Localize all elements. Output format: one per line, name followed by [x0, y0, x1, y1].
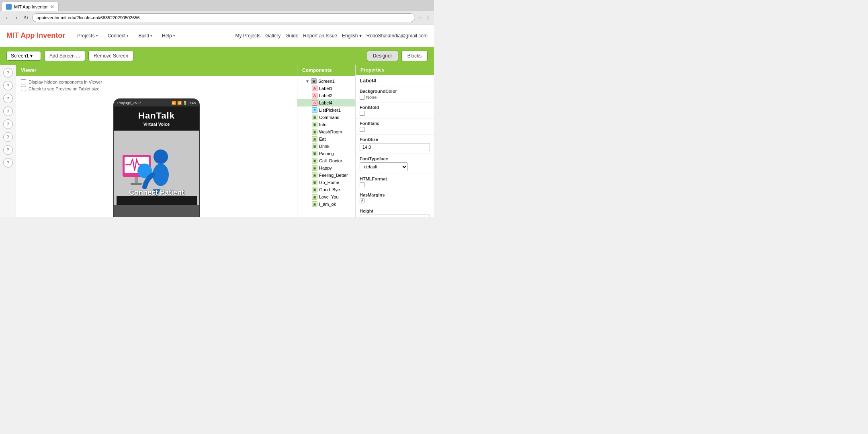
paining-label: Paining — [319, 151, 334, 156]
svg-rect-3 — [131, 183, 142, 185]
sidebar-icon-6[interactable]: ? — [3, 132, 13, 142]
language-selector[interactable]: English ▾ — [342, 33, 362, 39]
fontitalic-label: FontItalic — [360, 121, 430, 126]
htmlformat-label: HTMLFormat — [360, 176, 430, 181]
height-value[interactable] — [360, 215, 430, 217]
tablet-preview-checkbox-label[interactable]: Check to see Preview on Tablet size. — [21, 86, 292, 91]
htmlformat-checkbox[interactable] — [360, 182, 364, 187]
tree-item-paining[interactable]: ▣ Paining — [297, 150, 355, 157]
component-name-title: Label4 — [356, 75, 434, 86]
tree-item-love-you[interactable]: ▣ Love_You — [297, 193, 355, 201]
components-header: Components — [297, 65, 355, 76]
fonttypeface-select[interactable]: default serif sans serif monospace — [360, 162, 408, 171]
main-container: ? ? ? ? ? ? ? ? Viewer Display hidden co… — [0, 65, 434, 217]
prop-background-color: BackgroundColor None — [356, 86, 434, 102]
fontitalic-checkbox[interactable] — [360, 127, 364, 132]
remove-screen-button[interactable]: Remove Screen — [88, 51, 133, 61]
sidebar-icon-7[interactable]: ? — [3, 145, 13, 155]
gallery-link[interactable]: Gallery — [265, 33, 280, 39]
tree-item-command[interactable]: ▣ Command — [297, 114, 355, 121]
forward-button[interactable]: › — [13, 14, 20, 21]
fontsize-value[interactable] — [360, 143, 430, 151]
tree-item-eat[interactable]: ▣ Eat — [297, 135, 355, 143]
nav-projects[interactable]: Projects ▾ — [73, 31, 102, 41]
feeling-better-icon: ▣ — [312, 172, 317, 178]
tree-item-go-home[interactable]: ▣ Go_Home — [297, 179, 355, 186]
blocks-button[interactable]: Blocks — [401, 51, 428, 61]
menu-icon[interactable]: ⋮ — [425, 14, 431, 21]
sidebar-icon-4[interactable]: ? — [3, 106, 13, 116]
tree-item-label4[interactable]: A Label4 — [297, 99, 355, 106]
designer-button[interactable]: Designer — [367, 51, 398, 61]
screen-selector[interactable]: Screen1 ▾ — [6, 51, 41, 61]
tree-item-call-doctor[interactable]: ▣ Call_Doctor — [297, 157, 355, 164]
user-account[interactable]: RoboShalaIndia@gmail.com — [366, 33, 428, 39]
tree-item-listpicker1[interactable]: ≡ ListPicker1 — [297, 106, 355, 114]
report-issue-link[interactable]: Report an Issue — [303, 33, 337, 39]
tree-item-feeling-better[interactable]: ▣ Feeling_Better — [297, 172, 355, 179]
phone-status-bar: Prayugti_2K17 📶 📶 🔋 9:48 — [114, 99, 199, 106]
nav-connect[interactable]: Connect ▾ — [104, 31, 133, 41]
tablet-preview-checkbox[interactable] — [21, 86, 26, 91]
fontbold-value — [360, 111, 430, 116]
tree-item-label2[interactable]: A Label2 — [297, 92, 355, 99]
sidebar-icon-8[interactable]: ? — [3, 158, 13, 168]
refresh-button[interactable]: ↻ — [23, 14, 30, 21]
listpicker1-label: ListPicker1 — [319, 108, 341, 113]
logo-text: MIT App Inventor — [6, 31, 65, 39]
fonttypeface-value[interactable]: default serif sans serif monospace — [360, 162, 430, 171]
tree-item-washroom[interactable]: ▣ WashRoom — [297, 128, 355, 135]
guide-link[interactable]: Guide — [285, 33, 298, 39]
sidebar-icon-1[interactable]: ? — [3, 68, 13, 78]
add-screen-button[interactable]: Add Screen ... — [44, 51, 85, 61]
eat-label: Eat — [319, 137, 326, 141]
screen1-toggle[interactable]: ▼ — [305, 79, 309, 84]
happy-icon: ▣ — [312, 165, 317, 171]
love-you-icon: ▣ — [312, 194, 317, 200]
height-label: Height — [360, 209, 430, 213]
svg-rect-2 — [135, 177, 138, 183]
browser-tab[interactable]: MIT App Inventor ✕ — [2, 2, 59, 11]
signal-icon: 📶 — [177, 101, 182, 105]
svg-rect-8 — [117, 196, 197, 205]
address-bar: ‹ › ↻ ☆ ⋮ — [0, 11, 434, 24]
nav-help[interactable]: Help ▾ — [158, 31, 179, 41]
drink-label: Drink — [319, 144, 330, 149]
sidebar-icon-3[interactable]: ? — [3, 94, 13, 103]
height-input[interactable] — [360, 215, 430, 217]
tree-item-drink[interactable]: ▣ Drink — [297, 143, 355, 150]
sidebar-icon-5[interactable]: ? — [3, 119, 13, 129]
wifi-icon: 📶 — [172, 101, 176, 105]
hasmargins-checkbox[interactable]: ✓ — [360, 199, 364, 203]
fontsize-input[interactable] — [360, 143, 430, 151]
fontbold-checkbox[interactable] — [360, 111, 364, 116]
help-arrow: ▾ — [173, 34, 175, 38]
tree-item-screen1[interactable]: ▼ ▣ Screen1 — [297, 78, 355, 85]
tree-item-good-bye[interactable]: ▣ Good_Bye — [297, 186, 355, 193]
phone-app-title: HanTalk — [118, 111, 195, 121]
url-input[interactable] — [32, 13, 415, 22]
hidden-components-checkbox[interactable] — [21, 79, 26, 84]
screen1-label: Screen1 — [318, 79, 335, 84]
tab-close-button[interactable]: ✕ — [50, 4, 54, 10]
tree-item-label1[interactable]: A Label1 — [297, 85, 355, 92]
back-button[interactable]: ‹ — [3, 14, 10, 21]
app-header: MIT App Inventor Projects ▾ Connect ▾ Bu… — [0, 25, 434, 47]
prop-fontsize: FontSize — [356, 135, 434, 154]
connect-patient-text: Connect Patient — [129, 188, 184, 197]
properties-panel: Properties Label4 BackgroundColor None F… — [356, 65, 434, 217]
tree-item-i-am-ok[interactable]: ▣ I_am_ok — [297, 201, 355, 208]
label4-icon: A — [312, 100, 317, 106]
component-tree: ▼ ▣ Screen1 A Label1 A Label2 A Label4 ≡… — [297, 76, 355, 217]
tree-item-info[interactable]: ▣ Info — [297, 121, 355, 128]
bookmark-icon[interactable]: ☆ — [418, 14, 423, 21]
nav-build[interactable]: Build ▾ — [134, 31, 156, 41]
go-home-label: Go_Home — [319, 180, 339, 185]
my-projects-link[interactable]: My Projects — [235, 33, 261, 39]
hidden-components-checkbox-label[interactable]: Display hidden components in Viewer — [21, 79, 292, 84]
sidebar-icon-2[interactable]: ? — [3, 81, 13, 90]
tree-item-happy[interactable]: ▣ Happy — [297, 164, 355, 172]
connect-arrow: ▾ — [127, 34, 129, 38]
prop-fontbold: FontBold — [356, 102, 434, 119]
components-panel: Components ▼ ▣ Screen1 A Label1 A Label2… — [297, 65, 356, 217]
